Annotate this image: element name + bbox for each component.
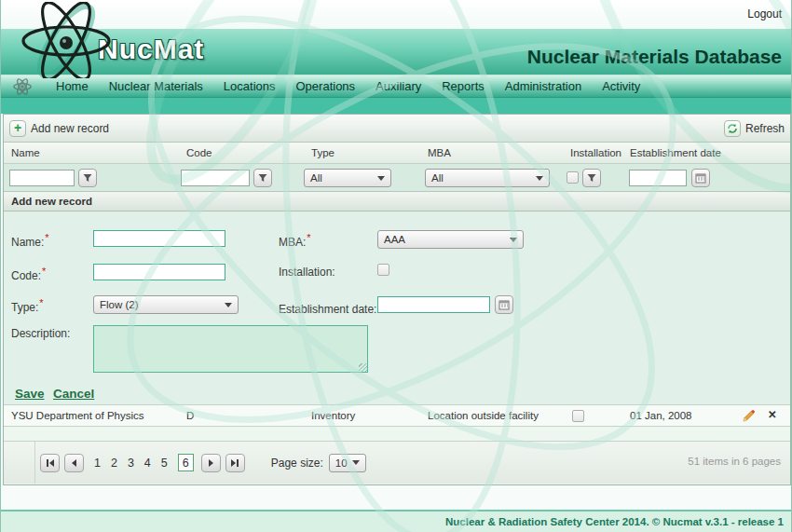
row-installation-checkbox: [572, 410, 584, 422]
filter-establishment-date-input[interactable]: [629, 170, 687, 186]
column-header-establishment-date[interactable]: Establishment date: [630, 147, 721, 158]
grid-toolbar: + Add new record Refresh: [4, 115, 790, 143]
add-new-record-label: Add new record: [31, 122, 109, 135]
mba-select-value: AAA: [384, 234, 405, 245]
nav-item-locations[interactable]: Locations: [213, 79, 286, 93]
filter-type-value: All: [310, 172, 322, 184]
installation-checkbox[interactable]: [377, 264, 389, 276]
type-field-label: Type:*: [11, 297, 44, 314]
save-button[interactable]: Save: [15, 387, 45, 401]
row-cell-name: YSU Department of Physics: [11, 410, 144, 421]
filter-mba-value: All: [431, 172, 444, 184]
nav-item-reports[interactable]: Reports: [431, 79, 495, 93]
page-number-4[interactable]: 4: [144, 457, 151, 470]
add-record-section-header: Add new record: [4, 192, 790, 211]
column-header-type[interactable]: Type: [311, 147, 335, 158]
installation-field-label: Installation:: [279, 266, 335, 279]
add-new-record-button[interactable]: + Add new record: [9, 120, 109, 137]
filter-calendar-button[interactable]: [691, 169, 710, 187]
add-record-form: Name:* MBA:* AAA Code:* Installation: Ty…: [4, 211, 790, 404]
column-header-mba[interactable]: MBA: [428, 147, 451, 158]
chevron-down-icon: [536, 176, 543, 181]
page-size-label: Page size:: [271, 457, 323, 470]
grid-empty-strip: [4, 427, 790, 442]
column-header-code[interactable]: Code: [186, 147, 212, 158]
filter-code-funnel-button[interactable]: [253, 169, 272, 187]
grid-pager: 1 2 3 4 5 6 Page size: 10 51 items in 6 …: [4, 442, 790, 484]
app-window: Logout NucMat Nuclear Materials Database…: [0, 0, 792, 532]
filter-mba-select[interactable]: All: [425, 169, 550, 187]
filter-code-input[interactable]: [181, 170, 250, 186]
cancel-button[interactable]: Cancel: [53, 387, 94, 401]
plus-icon: +: [9, 120, 26, 137]
row-cell-code: D: [186, 410, 194, 421]
chevron-down-icon: [352, 460, 360, 465]
row-cell-type: Inventory: [311, 410, 355, 421]
refresh-label: Refresh: [745, 122, 785, 135]
description-field-label: Description:: [11, 327, 70, 340]
chevron-down-icon: [510, 238, 517, 242]
table-row[interactable]: YSU Department of Physics D Inventory Lo…: [4, 404, 790, 427]
code-field-label: Code:*: [11, 266, 46, 282]
records-grid-panel: + Add new record Refresh Name Code Ty: [3, 114, 791, 485]
page-number-1[interactable]: 1: [94, 457, 101, 470]
nav-item-operations[interactable]: Operations: [286, 79, 366, 93]
refresh-icon: [724, 120, 741, 137]
filter-type-select[interactable]: All: [304, 169, 391, 187]
atom-logo-icon: [18, 2, 120, 78]
filter-installation-funnel-button[interactable]: [582, 169, 601, 187]
footer-bar: Nuclear & Radiation Safety Center 2014. …: [1, 510, 791, 532]
page-title: Nuclear Materials Database: [527, 46, 782, 68]
filter-name-input[interactable]: [9, 170, 75, 186]
nav-accent-strip: [1, 97, 791, 114]
type-select[interactable]: Flow (2): [93, 295, 239, 314]
page-size-value: 10: [335, 457, 348, 469]
atom-icon: [12, 76, 33, 97]
column-header-name[interactable]: Name: [11, 147, 40, 158]
nav-item-nuclear-materials[interactable]: Nuclear Materials: [99, 79, 213, 93]
edit-pencil-icon[interactable]: [741, 409, 756, 424]
establishment-date-field-label: Establishment date:*: [279, 299, 382, 316]
footer-text: Nuclear & Radiation Safety Center 2014. …: [445, 516, 784, 527]
row-cell-establishment-date: 01 Jan, 2008: [630, 410, 692, 421]
nav-item-activity[interactable]: Activity: [592, 79, 650, 93]
first-page-button[interactable]: [40, 454, 60, 472]
code-field[interactable]: [93, 264, 225, 280]
nav-item-auxiliary[interactable]: Auxiliary: [365, 79, 431, 93]
name-field-label: Name:*: [11, 232, 49, 249]
previous-page-button[interactable]: [64, 454, 84, 472]
items-count-info: 51 items in 6 pages: [688, 456, 781, 467]
next-page-button[interactable]: [201, 454, 221, 472]
description-field[interactable]: [93, 325, 368, 373]
column-header-installation[interactable]: Installation: [570, 147, 621, 158]
mba-field-label: MBA:*: [279, 232, 311, 249]
type-select-value: Flow (2): [100, 299, 139, 310]
grid-filter-row: All All: [4, 164, 790, 192]
name-field[interactable]: [93, 230, 225, 247]
logout-link[interactable]: Logout: [747, 7, 782, 20]
chevron-down-icon: [377, 176, 385, 181]
pager-spacer: [4, 442, 35, 484]
nav-item-administration[interactable]: Administration: [495, 79, 592, 93]
grid-column-headers: Name Code Type MBA Installation Establis…: [4, 143, 790, 164]
page-number-3[interactable]: 3: [128, 457, 134, 470]
last-page-button[interactable]: [225, 454, 245, 472]
establishment-date-field[interactable]: [377, 296, 490, 313]
establishment-date-calendar-button[interactable]: [495, 295, 513, 314]
page-number-5[interactable]: 5: [161, 457, 168, 470]
mba-select[interactable]: AAA: [377, 230, 524, 249]
row-cell-mba: Location outside facility: [428, 410, 539, 421]
page-size-select[interactable]: 10: [329, 454, 366, 472]
filter-name-funnel-button[interactable]: [78, 169, 97, 187]
filter-installation-checkbox[interactable]: [567, 171, 579, 184]
refresh-button[interactable]: Refresh: [724, 120, 785, 137]
nav-item-home[interactable]: Home: [46, 79, 99, 93]
current-page-indicator[interactable]: 6: [178, 454, 194, 471]
delete-x-icon[interactable]: ✕: [768, 408, 777, 421]
chevron-down-icon: [225, 303, 232, 307]
page-number-2[interactable]: 2: [111, 457, 117, 470]
